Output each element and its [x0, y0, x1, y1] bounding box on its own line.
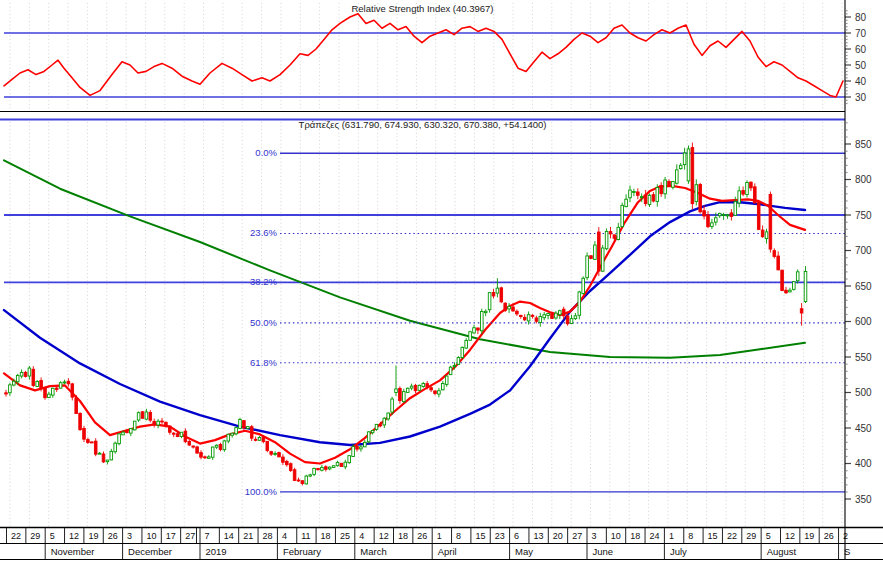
date-week-label: 27	[185, 531, 195, 541]
date-axis: 2229512192631017277142128411182541218261…	[0, 528, 883, 560]
date-week-label: 17	[166, 531, 176, 541]
date-week-label: 2	[843, 531, 848, 541]
fib-label: 100.0%	[245, 486, 278, 497]
date-week-label: 27	[572, 531, 582, 541]
rsi-series-line	[4, 14, 843, 97]
price-tick-label: 500	[855, 387, 872, 398]
date-week-label: 18	[321, 531, 331, 541]
price-tick-label: 450	[855, 423, 872, 434]
ma-line-medium-blue	[4, 202, 805, 445]
date-month-label: June	[593, 546, 614, 557]
date-month-label: July	[670, 546, 687, 557]
date-week-label: 26	[108, 531, 118, 541]
date-month-label: August	[767, 546, 797, 557]
fib-label: 0.0%	[255, 147, 277, 158]
price-panel: 350400450500550600650700750800850	[4, 122, 872, 504]
rsi-tick-label: 70	[855, 28, 867, 39]
date-week-label: 5	[50, 531, 55, 541]
date-week-label: 15	[475, 531, 485, 541]
date-week-label: 1	[437, 531, 442, 541]
price-tick-label: 350	[855, 494, 872, 505]
price-tick-label: 800	[855, 174, 872, 185]
date-week-label: 15	[708, 531, 718, 541]
date-month-label: February	[283, 546, 321, 557]
fib-label: 38.2%	[250, 276, 277, 287]
date-week-label: 6	[514, 531, 519, 541]
date-week-label: 11	[301, 531, 310, 541]
ma-line-long-green	[4, 160, 805, 357]
date-month-label: December	[128, 546, 172, 557]
date-week-label: 28	[263, 531, 273, 541]
date-week-label: 29	[30, 531, 40, 541]
ma-line-short-red	[4, 186, 805, 464]
price-tick-label: 550	[855, 352, 872, 363]
price-tick-label: 400	[855, 458, 872, 469]
date-month-label: November	[51, 546, 95, 557]
date-week-label: 14	[224, 531, 234, 541]
price-tick-label: 600	[855, 316, 872, 327]
date-month-label: 2019	[206, 546, 227, 557]
date-week-label: 29	[746, 531, 756, 541]
date-week-label: 10	[611, 531, 621, 541]
chart-root: 3040506070803504004505005506006507007508…	[0, 0, 883, 561]
rsi-tick-label: 80	[855, 12, 867, 23]
date-week-label: 21	[243, 531, 253, 541]
date-week-label: 12	[785, 531, 795, 541]
date-week-label: 25	[340, 531, 350, 541]
date-week-label: 3	[127, 531, 132, 541]
date-week-label: 24	[650, 531, 660, 541]
date-week-label: 12	[379, 531, 389, 541]
date-week-label: 4	[359, 531, 364, 541]
rsi-tick-label: 50	[855, 60, 867, 71]
rsi-tick-label: 40	[855, 76, 867, 87]
fib-label: 23.6%	[250, 227, 277, 238]
date-week-label: 26	[417, 531, 427, 541]
date-week-label: 18	[398, 531, 408, 541]
date-week-label: 19	[88, 531, 98, 541]
date-month-label: March	[360, 546, 386, 557]
date-month-label: April	[438, 546, 457, 557]
date-week-label: 20	[553, 531, 563, 541]
date-month-label: May	[515, 546, 533, 557]
date-week-label: 8	[688, 531, 693, 541]
date-week-label: 12	[69, 531, 79, 541]
date-week-label: 5	[766, 531, 771, 541]
rsi-tick-label: 30	[855, 92, 867, 103]
chart-canvas[interactable]: 3040506070803504004505005506006507007508…	[0, 0, 883, 561]
date-week-label: 19	[804, 531, 814, 541]
date-week-label: 8	[456, 531, 461, 541]
grid-lines	[10, 3, 842, 526]
date-week-label: 4	[282, 531, 287, 541]
date-week-label: 23	[495, 531, 505, 541]
date-week-label: 22	[727, 531, 737, 541]
price-tick-label: 650	[855, 281, 872, 292]
price-tick-label: 700	[855, 245, 872, 256]
date-week-label: 10	[146, 531, 156, 541]
rsi-tick-label: 60	[855, 44, 867, 55]
date-week-label: 26	[824, 531, 834, 541]
price-tick-label: 750	[855, 210, 872, 221]
fib-label: 61.8%	[250, 357, 277, 368]
fib-label: 50.0%	[250, 317, 277, 328]
date-week-label: 7	[205, 531, 210, 541]
price-tick-label: 850	[855, 139, 872, 150]
date-week-label: 18	[630, 531, 640, 541]
date-week-label: 3	[592, 531, 597, 541]
date-week-label: 22	[11, 531, 21, 541]
candlesticks	[5, 143, 807, 486]
date-week-label: 13	[533, 531, 543, 541]
date-week-label: 1	[669, 531, 674, 541]
